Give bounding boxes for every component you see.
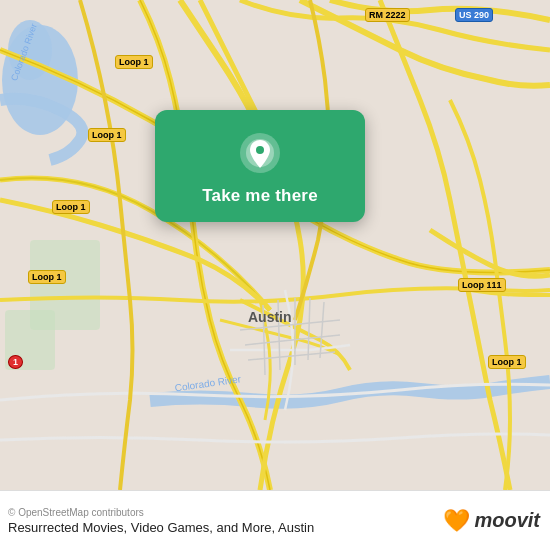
road-badge-rm2222: RM 2222 — [365, 8, 410, 22]
road-badge-loop1-right: Loop 1 — [488, 355, 526, 369]
moovit-logo: 🧡 moovit — [443, 508, 540, 534]
road-badge-loop1-top: Loop 1 — [115, 55, 153, 69]
location-card: Take me there — [155, 110, 365, 222]
moovit-brand-text: moovit — [474, 509, 540, 532]
road-badge-loop1-low: Loop 1 — [52, 200, 90, 214]
bottom-bar: © OpenStreetMap contributors Resurrected… — [0, 490, 550, 550]
copyright-text: © OpenStreetMap contributors — [8, 507, 314, 518]
moovit-mascot-icon: 🧡 — [443, 508, 470, 534]
road-badge-loop1-mid: Loop 1 — [88, 128, 126, 142]
map-container: Austin Colorado River Colorado River Loo… — [0, 0, 550, 490]
road-badge-loop111: Loop 111 — [458, 278, 506, 292]
road-badge-us290: US 290 — [455, 8, 493, 22]
road-badge-loop1-bot: Loop 1 — [28, 270, 66, 284]
map-svg: Austin Colorado River Colorado River — [0, 0, 550, 490]
svg-text:Austin: Austin — [248, 309, 292, 325]
road-badge-loop1-far-left: 1 — [8, 355, 23, 369]
place-name: Resurrected Movies, Video Games, and Mor… — [8, 520, 314, 535]
location-pin-icon — [237, 130, 283, 176]
svg-point-10 — [256, 146, 264, 154]
bottom-left-info: © OpenStreetMap contributors Resurrected… — [8, 507, 314, 535]
take-me-there-button[interactable]: Take me there — [202, 186, 318, 206]
